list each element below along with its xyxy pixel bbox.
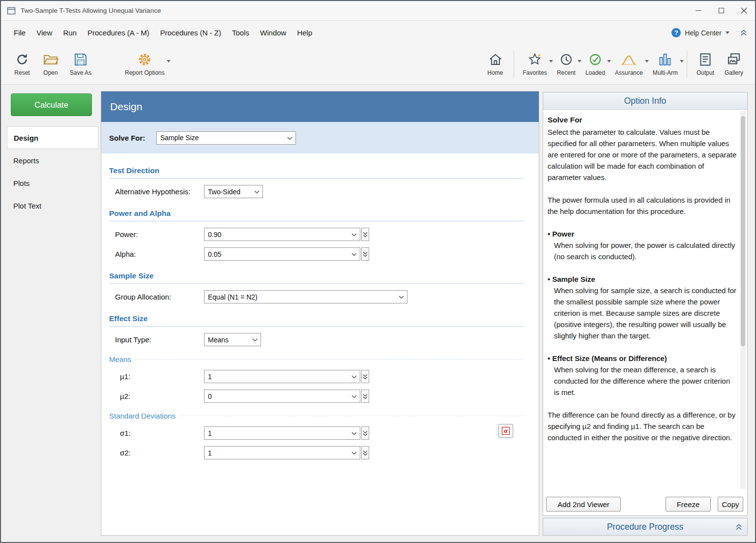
assurance-button[interactable]: Assurance — [610, 48, 648, 81]
sigma-icon: σ — [502, 427, 510, 435]
sigma1-expand-button[interactable] — [361, 426, 369, 440]
loaded-button[interactable]: Loaded — [581, 48, 610, 81]
alpha-input[interactable]: 0.05 — [204, 247, 360, 261]
menu-file[interactable]: File — [8, 26, 31, 40]
gear-icon — [137, 52, 152, 67]
double-chevron-down-icon — [363, 393, 368, 399]
alpha-expand-button[interactable] — [361, 247, 369, 261]
add-2nd-viewer-button[interactable]: Add 2nd Viewer — [546, 497, 621, 512]
tab-reports[interactable]: Reports — [7, 149, 98, 172]
solve-for-row: Solve For: Sample Size — [101, 122, 539, 153]
assurance-label: Assurance — [615, 69, 643, 76]
mu1-value: 1 — [208, 373, 212, 381]
gallery-label: Gallery — [725, 69, 743, 76]
clock-icon — [559, 52, 574, 67]
copy-button[interactable]: Copy — [718, 497, 743, 512]
menu-run[interactable]: Run — [58, 26, 82, 40]
bullet-title: Sample Size — [548, 273, 737, 285]
option-info-bullet: Sample Size When solving for sample size… — [548, 273, 737, 341]
multi-arm-caret-icon — [680, 60, 684, 62]
help-center-button[interactable]: Help Center — [685, 29, 722, 37]
section-effect-size: Effect Size — [109, 314, 524, 327]
report-options-label: Report Options — [125, 69, 165, 76]
double-chevron-up-icon — [735, 524, 742, 530]
group-allocation-dropdown[interactable]: Equal (N1 = N2) — [204, 290, 407, 303]
menu-window[interactable]: Window — [255, 26, 291, 40]
mu1-input[interactable]: 1 — [204, 370, 360, 383]
collapse-ribbon-button[interactable] — [740, 30, 747, 36]
menu-procedures-am[interactable]: Procedures (A - M) — [82, 26, 155, 40]
recent-button[interactable]: Recent — [552, 48, 581, 81]
alpha-value: 0.05 — [208, 250, 221, 258]
freeze-button[interactable]: Freeze — [666, 497, 711, 512]
maximize-icon — [719, 8, 724, 13]
chevron-down-icon — [287, 137, 292, 140]
open-button[interactable]: Open — [36, 48, 65, 81]
mu2-input[interactable]: 0 — [204, 390, 360, 403]
sigma2-input[interactable]: 1 — [204, 446, 360, 459]
minimize-button[interactable] — [687, 1, 710, 20]
multi-arm-label: Multi-Arm — [653, 69, 678, 76]
tab-plots[interactable]: Plots — [7, 172, 98, 194]
alternative-hypothesis-value: Two-Sided — [208, 188, 240, 196]
section-sample-size: Sample Size — [109, 272, 524, 284]
option-info-bullet: Effect Size (Means or Difference) When s… — [548, 353, 737, 398]
sigma1-input[interactable]: 1 — [204, 426, 360, 440]
power-label: Power: — [109, 230, 204, 239]
chevron-down-icon — [351, 253, 357, 256]
procedure-progress-header: Procedure Progress — [607, 522, 684, 532]
menu-help[interactable]: Help — [291, 26, 318, 40]
open-folder-icon — [43, 52, 58, 67]
tab-design[interactable]: Design — [7, 126, 98, 149]
menu-procedures-nz[interactable]: Procedures (N - Z) — [155, 26, 227, 40]
output-document-icon — [698, 52, 713, 67]
output-button[interactable]: Output — [691, 48, 720, 81]
multi-arm-button[interactable]: Multi-Arm — [648, 48, 683, 81]
calculate-button[interactable]: Calculate — [11, 93, 92, 116]
curve-icon — [620, 52, 637, 67]
divider — [179, 416, 524, 416]
mu2-expand-button[interactable] — [361, 390, 369, 403]
power-expand-button[interactable] — [361, 228, 369, 241]
solve-for-dropdown[interactable]: Sample Size — [156, 131, 296, 145]
close-button[interactable] — [732, 1, 755, 20]
gallery-photos-icon — [727, 52, 741, 67]
group-allocation-label: Group Allocation: — [109, 293, 204, 301]
bullet-text: When solving for the mean difference, a … — [548, 364, 737, 398]
procedure-progress-collapse-button[interactable] — [735, 524, 742, 530]
design-panel-title: Design — [101, 91, 539, 122]
home-button[interactable]: Home — [481, 48, 510, 81]
alternative-hypothesis-dropdown[interactable]: Two-Sided — [204, 185, 263, 198]
open-label: Open — [43, 69, 58, 76]
option-info-paragraph: The power formula used in all calculatio… — [548, 194, 737, 217]
power-input[interactable]: 0.90 — [204, 228, 360, 241]
gallery-button[interactable]: Gallery — [720, 48, 748, 81]
report-options-button[interactable]: Report Options — [120, 48, 170, 81]
menu-tools[interactable]: Tools — [227, 26, 255, 40]
input-type-dropdown[interactable]: Means — [204, 333, 261, 346]
help-center-caret-icon[interactable] — [726, 31, 729, 34]
home-icon — [488, 52, 503, 67]
menu-view[interactable]: View — [31, 26, 58, 40]
mu1-expand-button[interactable] — [361, 370, 369, 383]
double-chevron-down-icon — [363, 450, 368, 456]
sigma2-value: 1 — [208, 449, 212, 457]
favorites-button[interactable]: Favorites — [518, 48, 552, 81]
double-chevron-down-icon — [363, 430, 368, 436]
scrollbar-thumb[interactable] — [741, 116, 745, 346]
reset-button[interactable]: Reset — [8, 48, 36, 81]
sigma2-label: σ2: — [109, 449, 204, 457]
maximize-button[interactable] — [710, 1, 732, 20]
tab-plot-text[interactable]: Plot Text — [7, 194, 98, 217]
subsection-means: Means — [109, 355, 131, 363]
option-info-scrollbar[interactable] — [740, 111, 746, 489]
sigma1-value: 1 — [208, 429, 212, 437]
input-type-value: Means — [208, 336, 229, 344]
save-as-button[interactable]: Save As — [65, 48, 96, 81]
sigma2-expand-button[interactable] — [361, 446, 369, 459]
check-circle-icon — [588, 52, 603, 67]
sigma-tool-button[interactable]: σ — [498, 424, 513, 438]
window-icon — [7, 7, 16, 15]
chevron-down-icon — [254, 190, 260, 194]
window-title: Two-Sample T-Tests Allowing Unequal Vari… — [21, 7, 161, 14]
